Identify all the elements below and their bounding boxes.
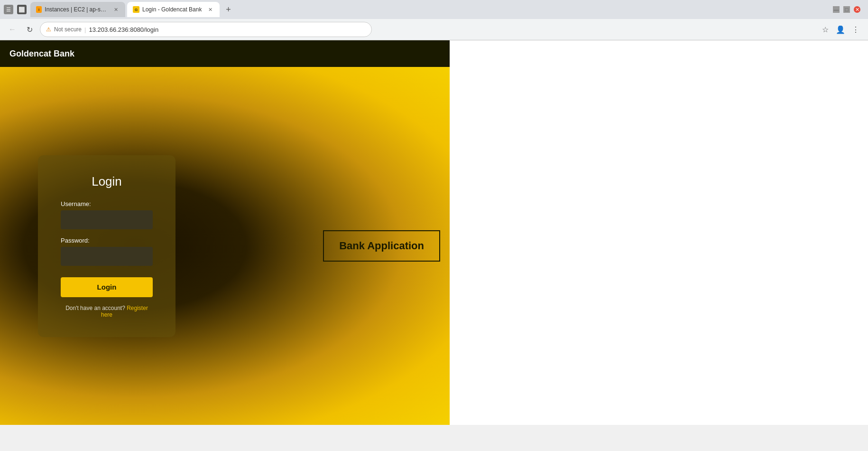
not-secure-label: Not secure bbox=[54, 26, 82, 33]
username-label: Username: bbox=[61, 200, 153, 207]
tab-ec2-favicon: I bbox=[36, 6, 42, 13]
app-navbar: Goldencat Bank bbox=[0, 40, 450, 67]
tab-ec2[interactable]: I Instances | EC2 | ap-south-1 ✕ bbox=[30, 2, 125, 17]
address-bar-actions: ☆ 👤 ⋮ bbox=[819, 23, 862, 36]
app-main: Login Username: Password: Login Don't ha… bbox=[0, 67, 450, 425]
close-window-button[interactable]: ✕ bbox=[854, 6, 860, 13]
security-icon: ⚠ bbox=[46, 26, 51, 33]
new-tab-button[interactable]: + bbox=[222, 3, 235, 16]
tab-login-close[interactable]: ✕ bbox=[206, 6, 214, 13]
browser-menu-icon[interactable]: ⬜ bbox=[17, 5, 27, 14]
address-bar[interactable]: ⚠ Not secure | 13.203.66.236:8080/login bbox=[40, 22, 372, 37]
app-viewport: Goldencat Bank Login Username: Password:… bbox=[0, 40, 450, 425]
browser-chrome: ☰ ⬜ I Instances | EC2 | ap-south-1 ✕ G L… bbox=[0, 0, 868, 40]
tab-bar: ☰ ⬜ I Instances | EC2 | ap-south-1 ✕ G L… bbox=[0, 0, 868, 19]
url-text: 13.203.66.236:8080/login bbox=[89, 26, 158, 33]
tab-login-favicon: G bbox=[133, 6, 139, 13]
login-title: Login bbox=[92, 174, 122, 189]
tab-login[interactable]: G Login - Goldencat Bank ✕ bbox=[127, 2, 220, 17]
login-card: Login Username: Password: Login Don't ha… bbox=[38, 155, 175, 337]
password-group: Password: bbox=[61, 237, 153, 266]
profile-button[interactable]: 👤 bbox=[834, 23, 847, 36]
minimize-button[interactable]: — bbox=[833, 6, 840, 13]
extensions-button[interactable]: ⋮ bbox=[849, 23, 862, 36]
maximize-button[interactable]: □ bbox=[843, 6, 850, 13]
username-input[interactable] bbox=[61, 210, 153, 229]
address-bar-row: ← ↻ ⚠ Not secure | 13.203.66.236:8080/lo… bbox=[0, 19, 868, 40]
tab-ec2-close[interactable]: ✕ bbox=[113, 6, 120, 13]
bank-application-title: Bank Application bbox=[339, 240, 424, 252]
username-group: Username: bbox=[61, 200, 153, 229]
register-prompt-text: Don't have an account? bbox=[65, 305, 125, 311]
tab-ec2-label: Instances | EC2 | ap-south-1 bbox=[45, 6, 108, 13]
white-area bbox=[450, 40, 868, 425]
window-controls: — □ ✕ bbox=[833, 6, 864, 13]
password-input[interactable] bbox=[61, 247, 153, 266]
refresh-button[interactable]: ↻ bbox=[23, 23, 36, 36]
address-separator: | bbox=[84, 26, 86, 33]
password-label: Password: bbox=[61, 237, 153, 244]
bank-application-box: Bank Application bbox=[323, 230, 440, 262]
back-button[interactable]: ← bbox=[6, 23, 19, 36]
tab-login-label: Login - Goldencat Bank bbox=[142, 6, 202, 13]
login-button[interactable]: Login bbox=[61, 277, 153, 297]
register-prompt-area: Don't have an account? Register here bbox=[61, 305, 153, 318]
app-brand: Goldencat Bank bbox=[9, 49, 74, 59]
bookmark-button[interactable]: ☆ bbox=[819, 23, 832, 36]
browser-extension-icon[interactable]: ☰ bbox=[4, 5, 13, 14]
page-content: Goldencat Bank Login Username: Password:… bbox=[0, 40, 868, 425]
